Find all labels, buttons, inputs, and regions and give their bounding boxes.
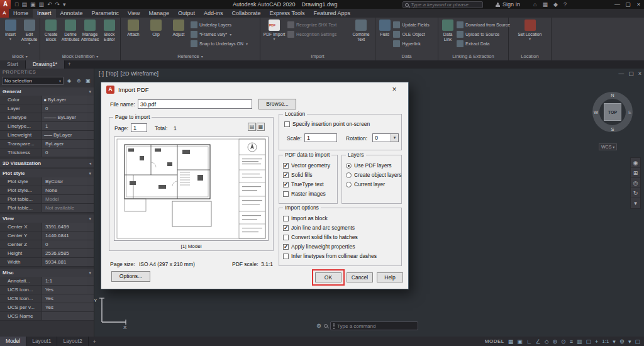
selection-cycling-icon[interactable]: ▢ bbox=[586, 338, 591, 345]
selection-dropdown[interactable]: No selection ▾ bbox=[2, 77, 64, 85]
property-row[interactable]: Center Y 1440.6841 bbox=[0, 232, 94, 240]
tab-collaborate[interactable]: Collaborate bbox=[228, 9, 265, 18]
property-row[interactable]: Transpare... ByLayer bbox=[0, 140, 94, 148]
wcs-menu[interactable]: WCS ▾ bbox=[599, 143, 617, 150]
command-line-input[interactable]: Type a command bbox=[330, 321, 418, 330]
property-row[interactable]: Annotati... 1:1 bbox=[0, 277, 94, 286]
solid-fills-checkbox[interactable]: Solid fills bbox=[283, 172, 330, 178]
tab-manage[interactable]: Manage bbox=[144, 9, 174, 18]
property-row[interactable]: UCS icon... Yes bbox=[0, 294, 94, 303]
edit-attribute-button[interactable]: Edit Attribute ▾ bbox=[20, 18, 38, 47]
field-button[interactable]: Field bbox=[377, 18, 392, 37]
properties-palette-title[interactable]: PROPERTIES bbox=[0, 69, 94, 76]
viewcube-east[interactable]: E bbox=[628, 109, 631, 115]
tab-parametric[interactable]: Parametric bbox=[87, 9, 124, 18]
panel-label-reference[interactable]: Reference ▾ bbox=[121, 53, 260, 60]
pdf-page-preview[interactable] bbox=[114, 137, 269, 241]
sign-in-button[interactable]: Sign In bbox=[496, 0, 520, 9]
polar-tracking-icon[interactable]: ∠ bbox=[536, 338, 541, 345]
manage-attributes-button[interactable]: Manage Attributes bbox=[80, 18, 99, 42]
section-header-view[interactable]: View ▾ bbox=[0, 215, 94, 223]
quick-select-button[interactable]: ⊕ bbox=[75, 77, 82, 85]
file-name-input[interactable] bbox=[138, 99, 252, 109]
select-objects-button[interactable]: ▣ bbox=[84, 77, 92, 85]
dialog-close-button[interactable]: × bbox=[386, 85, 403, 94]
viewcube-top-face[interactable]: TOP bbox=[604, 103, 621, 121]
restore-button[interactable]: ▢ bbox=[623, 0, 633, 9]
search-box[interactable]: Type a keyword or phrase bbox=[402, 1, 483, 8]
annotation-scale-button[interactable]: 1:1 bbox=[602, 338, 609, 344]
update-fields-button[interactable]: Update Fields bbox=[393, 21, 436, 28]
create-block-button[interactable]: Create Block bbox=[42, 18, 60, 42]
property-row[interactable]: Center Z 0 bbox=[0, 240, 94, 249]
undo-icon[interactable]: ↶ bbox=[47, 1, 52, 8]
property-row[interactable]: Color ■ByLayer bbox=[0, 96, 94, 104]
drawing-restore-button[interactable]: ▢ bbox=[628, 70, 634, 77]
section-header-plot-style[interactable]: Plot style ▾ bbox=[0, 169, 94, 177]
tab-home[interactable]: Home bbox=[9, 9, 33, 18]
use-pdf-layers-radio[interactable]: Use PDF layers bbox=[346, 162, 402, 169]
navbar-more-icon[interactable]: ▾ bbox=[631, 198, 640, 208]
panel-label-data[interactable]: Data bbox=[375, 53, 438, 60]
command-search-icon[interactable] bbox=[324, 324, 328, 328]
apply-lineweight-checkbox[interactable]: Apply lineweight properties bbox=[283, 243, 377, 250]
property-row[interactable]: Plot style... None bbox=[0, 186, 94, 195]
specify-insertion-point-checkbox[interactable]: Specify insertion point on-screen bbox=[284, 121, 370, 127]
tab-add-ins[interactable]: Add-ins bbox=[199, 9, 228, 18]
raster-images-checkbox[interactable]: Raster images bbox=[283, 191, 330, 197]
section-header-3d-visualization[interactable]: 3D Visualization ◂ bbox=[0, 159, 94, 167]
viewcube-west[interactable]: W bbox=[594, 109, 598, 115]
data-link-button[interactable]: Data Link bbox=[440, 18, 456, 42]
viewport-controls-menu[interactable]: [-] bbox=[99, 70, 104, 77]
annotation-scale-caret-icon[interactable]: ▾ bbox=[613, 338, 616, 345]
scale-input[interactable] bbox=[304, 133, 337, 142]
pan-icon[interactable]: ⊞ bbox=[631, 168, 640, 178]
cancel-button[interactable]: Cancel bbox=[347, 272, 373, 282]
import-as-block-checkbox[interactable]: Import as block bbox=[283, 215, 377, 221]
property-row[interactable]: Lineweight ——ByLayer bbox=[0, 131, 94, 140]
viewport-view-menu[interactable]: [Top] bbox=[106, 70, 119, 77]
application-menu-button[interactable]: A bbox=[0, 9, 9, 18]
file-tab-start[interactable]: Start bbox=[0, 60, 26, 69]
browse-button[interactable]: Browse... bbox=[258, 99, 296, 109]
tab-annotate[interactable]: Annotate bbox=[56, 9, 87, 18]
hyperlink-button[interactable]: Hyperlink bbox=[393, 40, 436, 47]
panel-label-block[interactable]: Block ▾ bbox=[0, 53, 40, 60]
recognize-shx-text-button[interactable]: Recognize SHX Text bbox=[287, 21, 348, 28]
viewcube[interactable]: N W S E TOP bbox=[591, 91, 634, 133]
minimize-button[interactable]: — bbox=[612, 0, 623, 9]
panel-label-block-definition[interactable]: Block Definition ▾ bbox=[40, 53, 120, 60]
ole-object-button[interactable]: OLE Object bbox=[393, 30, 436, 38]
layout2-tab[interactable]: Layout2 bbox=[57, 337, 88, 346]
customization-menu-icon[interactable]: ▾ bbox=[628, 338, 631, 345]
block-editor-button[interactable]: Block Editor bbox=[100, 18, 119, 42]
file-tab-drawing1[interactable]: Drawing1* bbox=[26, 60, 65, 69]
attach-button[interactable]: Attach bbox=[122, 18, 145, 37]
app-store-icon[interactable]: ▦ bbox=[542, 1, 548, 8]
orbit-icon[interactable]: ↻ bbox=[631, 188, 640, 198]
download-from-source-button[interactable]: Download from Source bbox=[457, 21, 507, 28]
autocad-logo-icon[interactable]: A bbox=[0, 0, 11, 9]
navigation-wheel-icon[interactable]: ◉ bbox=[631, 158, 640, 168]
property-row[interactable]: Center X 3391.6459 bbox=[0, 223, 94, 232]
upload-to-source-button[interactable]: Upload to Source bbox=[457, 30, 507, 38]
new-layout-button[interactable]: + bbox=[89, 338, 101, 345]
property-row[interactable]: Plot table... Model bbox=[0, 195, 94, 204]
frames-vary-dropdown[interactable]: *Frames vary* bbox=[191, 30, 257, 38]
list-view-button[interactable]: ▤ bbox=[248, 123, 256, 131]
recognition-settings-button[interactable]: Recognition Settings bbox=[287, 30, 348, 38]
qat-menu-caret-icon[interactable]: ▾ bbox=[63, 1, 66, 8]
panel-label-location[interactable]: Location bbox=[509, 53, 551, 60]
lineweight-icon[interactable]: ≡ bbox=[570, 338, 573, 345]
panel-label-import[interactable]: Import bbox=[260, 53, 375, 60]
new-file-icon[interactable]: □ bbox=[15, 1, 18, 8]
layout1-tab[interactable]: Layout1 bbox=[26, 337, 57, 346]
adjust-button[interactable]: Adjust bbox=[167, 18, 190, 37]
tab-insert[interactable]: Insert bbox=[33, 9, 56, 18]
isometric-drafting-icon[interactable]: ◇ bbox=[545, 338, 549, 345]
save-icon[interactable]: ▣ bbox=[30, 1, 36, 8]
tab-featured-apps[interactable]: Featured Apps bbox=[309, 9, 355, 18]
tab-output[interactable]: Output bbox=[174, 9, 199, 18]
transparency-icon[interactable]: ▥ bbox=[577, 338, 582, 345]
clip-button[interactable]: Clip bbox=[145, 18, 167, 37]
